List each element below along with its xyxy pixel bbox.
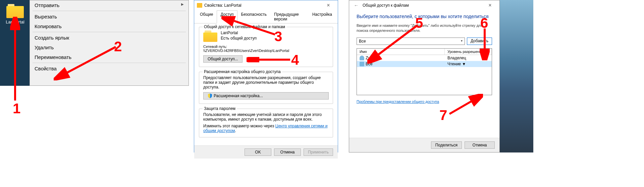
ctx-send-to[interactable]: Отправить▶ [30, 0, 189, 10]
annotation-3: 3 [274, 28, 282, 45]
tab-previous-versions[interactable]: Предыдущие версии [270, 10, 309, 23]
ctx-cut[interactable]: Вырезать [30, 12, 189, 21]
folder-status: Есть общий доступ [221, 36, 257, 41]
ctx-rename[interactable]: Переименовать [30, 52, 189, 62]
window-title: Свойства: LanPortal [204, 3, 322, 8]
user-row[interactable]: Все Чтение ▼ [357, 61, 492, 67]
titlebar: Свойства: LanPortal × [194, 0, 338, 10]
shield-icon [208, 94, 212, 98]
desktop-folder-icon[interactable]: LanPortal [3, 4, 27, 24]
add-button[interactable]: Добавить [467, 38, 492, 45]
advanced-sharing-group: Расширенная настройка общего доступа Пре… [199, 72, 333, 104]
change-text: Изменить этот параметр можно через [203, 124, 275, 128]
network-sharing-group: Общий доступ к сетевым файлам и папкам L… [199, 27, 333, 67]
group-description: Предоставляет пользовательские разрешени… [203, 75, 329, 89]
context-menu: Отправить▶ Вырезать Копировать Создать я… [30, 0, 189, 86]
annotation-7: 7 [439, 107, 447, 123]
annotation-5: 5 [415, 15, 423, 31]
shared-folder-info: LanPortal Есть общий доступ [203, 30, 329, 42]
folder-icon [203, 30, 217, 42]
wizard-button-bar: Поделиться Отмена [349, 138, 499, 152]
file-sharing-wizard: ← Общий доступ к файлам × Выберите польз… [349, 0, 500, 152]
submenu-arrow-icon: ▶ [181, 2, 184, 6]
folder-label: LanPortal [3, 19, 27, 24]
wizard-heading: Выберите пользователей, с которыми вы хо… [357, 14, 492, 19]
ctx-shortcut[interactable]: Создать ярлык [30, 33, 189, 43]
user-list: Имя Уровень разрешений Zver Владелец Все… [357, 48, 492, 95]
separator [33, 32, 186, 32]
tab-strip: Общие Доступ Безопасность Предыдущие вер… [194, 10, 338, 23]
folder-name: LanPortal [221, 30, 257, 36]
group-title: Расширенная настройка общего доступа [203, 69, 282, 74]
annotation-2: 2 [114, 39, 122, 55]
user-row[interactable]: Zver Владелец [357, 55, 492, 61]
back-arrow-icon[interactable]: ← [352, 3, 361, 8]
advanced-settings-button[interactable]: Расширенная настройка... [203, 92, 329, 100]
separator [33, 11, 186, 11]
tab-customize[interactable]: Настройка [309, 10, 336, 23]
user-permission[interactable]: Чтение ▼ [445, 61, 492, 67]
group-icon [360, 62, 364, 66]
cancel-button[interactable]: Отмена [274, 148, 301, 156]
button-label: Расширенная настройка... [214, 94, 263, 98]
properties-dialog: Свойства: LanPortal × Общие Доступ Безоп… [194, 0, 338, 152]
net-path-value: \\ZVERDVD-I42RFB5\Users\Zver\Desktop\Lan… [203, 49, 329, 53]
tab-sharing[interactable]: Доступ [217, 10, 237, 23]
separator [33, 63, 186, 63]
column-name[interactable]: Имя [357, 49, 445, 55]
group-title: Защита паролем [203, 106, 237, 111]
user-name: Все [366, 62, 373, 66]
close-icon[interactable]: × [322, 2, 335, 8]
troubleshoot-link[interactable]: Проблемы при предоставлении общего досту… [357, 100, 439, 104]
column-permission[interactable]: Уровень разрешений [445, 49, 492, 55]
user-icon [360, 56, 364, 60]
annotation-4: 4 [291, 52, 299, 68]
share-button[interactable]: Поделиться [431, 141, 462, 149]
annotation-1: 1 [13, 101, 20, 117]
ctx-properties[interactable]: Свойства [30, 64, 189, 73]
user-combo[interactable]: Все [357, 38, 465, 45]
user-name: Zver [366, 56, 374, 60]
folder-icon [197, 3, 202, 8]
ctx-delete[interactable]: Удалить [30, 43, 189, 52]
net-path-label: Сетевой путь: [203, 45, 329, 49]
tab-security[interactable]: Безопасность [237, 10, 271, 23]
user-permission: Владелец [445, 55, 492, 61]
cancel-button[interactable]: Отмена [465, 141, 495, 149]
annotation-6: 6 [480, 15, 488, 31]
wizard-titlebar: ← Общий доступ к файлам × [349, 0, 499, 10]
wizard-title: Общий доступ к файлам [363, 3, 409, 8]
folder-icon [6, 4, 24, 18]
ok-button[interactable]: OK [245, 148, 271, 156]
desktop-area: LanPortal Отправить▶ Вырезать Копировать… [0, 0, 189, 86]
password-protection-group: Защита паролем Пользователи, не имеющие … [199, 109, 333, 137]
dialog-button-bar: OK Отмена Применить [194, 145, 338, 159]
tab-content: Общий доступ к сетевым файлам и папкам L… [194, 23, 338, 145]
desktop-wallpaper [500, 0, 533, 152]
apply-button[interactable]: Применить [304, 148, 333, 156]
group-title: Общий доступ к сетевым файлам и папкам [203, 24, 286, 29]
ctx-copy[interactable]: Копировать [30, 21, 189, 31]
tab-general[interactable]: Общие [196, 10, 217, 23]
ctx-label: Отправить [35, 2, 59, 8]
share-button[interactable]: Общий доступ... [203, 55, 243, 63]
group-description: Пользователи, не имеющие учетной записи … [203, 112, 329, 122]
close-icon[interactable]: × [483, 2, 497, 8]
wizard-instruction: Введите имя и нажмите кнопку "Добавить" … [357, 23, 492, 34]
